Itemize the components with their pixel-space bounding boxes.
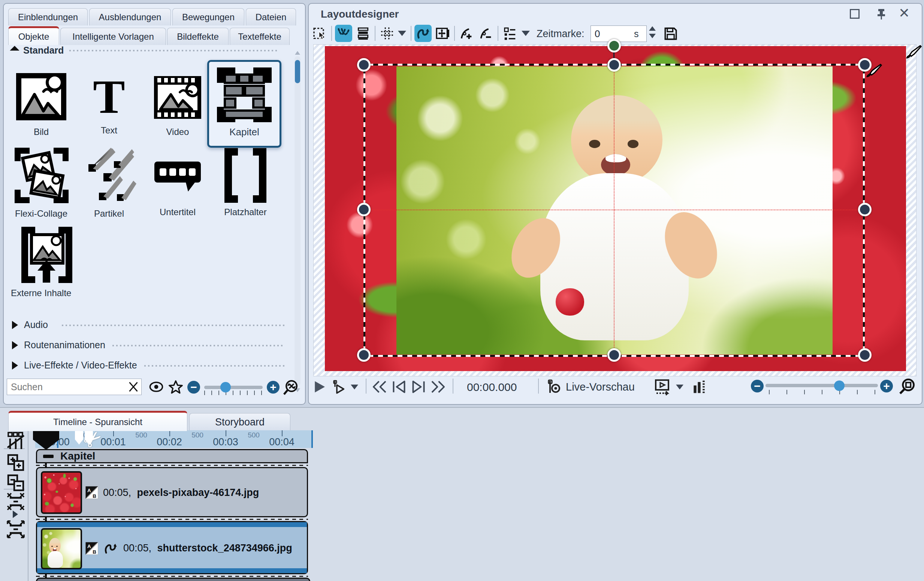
section-live-effekte[interactable]: Live-Effekte / Video-Effekte (12, 360, 137, 371)
object-item-label: Bild (9, 127, 73, 137)
slider-ticks (204, 391, 263, 396)
thumbnail-size-slider[interactable] (204, 386, 263, 389)
skip-to-start-button[interactable] (372, 379, 388, 394)
more-tools-icon[interactable] (13, 510, 18, 518)
selection-handle-bottom-right[interactable] (858, 348, 871, 362)
add-keypoint-icon (459, 26, 474, 41)
grid-dropdown-icon[interactable] (398, 31, 406, 36)
zoom-reset-icon[interactable] (282, 379, 300, 396)
library-scrollbar[interactable] (295, 56, 300, 386)
tab-dateien[interactable]: Dateien (246, 8, 296, 25)
section-standard[interactable]: Standard (11, 45, 64, 56)
layoutdesigner-title: Layoutdesigner (321, 8, 399, 20)
section-routenanimationen[interactable]: Routenanimationen (12, 340, 105, 350)
chapter-track-header[interactable]: Kapitel (36, 449, 308, 463)
selection-handle-bottom-center[interactable] (607, 348, 621, 362)
scroll-up-icon[interactable] (295, 51, 300, 55)
performance-monitor-icon[interactable] (691, 379, 708, 395)
close-icon[interactable]: ✕ (899, 5, 910, 21)
tab-storyboard[interactable]: Storyboard (189, 413, 290, 431)
eye-icon[interactable] (148, 381, 164, 393)
brush-cursor-icon-2 (901, 44, 922, 62)
favorites-star-icon[interactable] (168, 379, 183, 395)
preview-zoom-slider-thumb[interactable] (834, 380, 845, 391)
preview-zoom-out-button[interactable]: − (751, 380, 764, 393)
strawberry-in-hand (556, 288, 584, 315)
remove-keypoint-button[interactable] (477, 25, 495, 42)
object-item-externe-inhalte[interactable]: Externe Inhalte (9, 226, 84, 299)
library-scrollbar-thumb[interactable] (295, 60, 300, 83)
section-audio[interactable]: Audio (12, 319, 48, 330)
tab-bildeffekte[interactable]: Bildeffekte (167, 28, 229, 45)
selection-handle-middle-right[interactable] (858, 203, 871, 216)
play-options-dropdown-icon[interactable] (351, 385, 358, 390)
section-collapsed-icon (12, 341, 18, 349)
collapse-chapter-icon[interactable] (43, 455, 54, 458)
object-item-partikel[interactable]: Partikel (77, 146, 141, 219)
shrink-view-icon[interactable] (5, 492, 26, 511)
clip-thumbnail (41, 471, 82, 514)
clear-search-icon[interactable] (127, 380, 140, 394)
collapse-tracks-icon[interactable] (6, 473, 25, 492)
tab-intelligente-vorlagen[interactable]: Intelligente Vorlagen (60, 28, 166, 45)
play-from-marker-button[interactable] (331, 379, 346, 394)
selection-handle-bottom-left[interactable] (357, 348, 371, 362)
clip-filename: shutterstock_248734966.jpg (157, 542, 292, 554)
zoom-fit-icon[interactable] (898, 377, 916, 396)
tab-objekte[interactable]: Objekte (8, 26, 59, 45)
selection-handle-top-center[interactable] (607, 58, 621, 72)
section-leader (62, 325, 285, 326)
text-icon: T (77, 72, 141, 123)
expand-view-icon[interactable] (5, 520, 26, 539)
canvas-selected-image[interactable] (396, 66, 833, 355)
pin-icon[interactable] (875, 8, 887, 20)
timeline-clip-shutterstock-selected[interactable]: A B 00:05, shutterstock_248734966.jpg (36, 521, 308, 574)
smooth-curve-button[interactable] (335, 25, 352, 42)
tab-ausblendungen[interactable]: Ausblendungen (89, 8, 171, 25)
object-item-platzhalter[interactable]: Platzhalter (214, 146, 277, 218)
object-item-kapitel-selected[interactable]: Kapitel (207, 60, 281, 148)
previous-frame-button[interactable] (391, 379, 407, 394)
add-keypoint-button[interactable] (458, 25, 475, 42)
motion-path-button[interactable] (414, 25, 432, 42)
image-icon (15, 72, 68, 123)
maximize-button[interactable] (850, 9, 860, 19)
preview-dropdown-icon[interactable] (676, 385, 683, 390)
zeitmarke-spinner[interactable] (649, 26, 656, 38)
tab-einblendungen[interactable]: Einblendungen (8, 8, 87, 25)
skip-to-end-button[interactable] (430, 379, 446, 394)
rotation-handle[interactable] (607, 39, 621, 53)
selection-handle-top-left[interactable] (357, 58, 371, 72)
selection-handle-middle-left[interactable] (357, 203, 371, 216)
fit-view-button[interactable] (434, 25, 451, 42)
tab-texteffekte[interactable]: Texteffekte (230, 28, 290, 45)
preview-zoom-slider[interactable] (766, 384, 878, 387)
track-options-icon[interactable] (6, 431, 25, 451)
selected-clip-top-bar (37, 522, 307, 527)
live-preview-marker-icon[interactable] (546, 379, 561, 395)
object-item-text[interactable]: T Text (77, 72, 141, 136)
save-icon[interactable] (662, 25, 679, 42)
timeline-clip-pexels[interactable]: A B 00:05, pexels-pixabay-46174.jpg (36, 467, 308, 517)
object-item-video[interactable]: Video (146, 72, 210, 137)
object-item-flexi-collage[interactable]: Flexi-Collage (9, 146, 73, 219)
object-item-untertitel[interactable]: Untertitel (146, 146, 210, 218)
zoom-in-button[interactable]: + (267, 381, 279, 394)
tab-timeline-spuransicht[interactable]: Timeline - Spuransicht (8, 411, 187, 431)
play-button[interactable] (312, 379, 327, 394)
object-item-bild[interactable]: Bild (9, 72, 73, 137)
remove-keypoint-icon (478, 26, 493, 41)
layers-button[interactable] (355, 25, 372, 42)
list-dropdown-icon[interactable] (521, 31, 530, 36)
zoom-out-button[interactable]: − (187, 381, 200, 394)
next-frame-button[interactable] (411, 379, 426, 394)
expand-tracks-icon[interactable] (6, 453, 25, 472)
preview-zoom-in-button[interactable]: + (880, 380, 893, 393)
select-tool-button[interactable] (311, 25, 328, 42)
tab-bewegungen[interactable]: Bewegungen (172, 8, 244, 25)
thumbnail-size-slider-thumb[interactable] (220, 382, 231, 393)
grid-button[interactable] (378, 25, 396, 42)
search-input[interactable] (7, 379, 142, 395)
preview-screen-icon[interactable] (653, 378, 671, 396)
object-list-button[interactable] (502, 25, 518, 42)
